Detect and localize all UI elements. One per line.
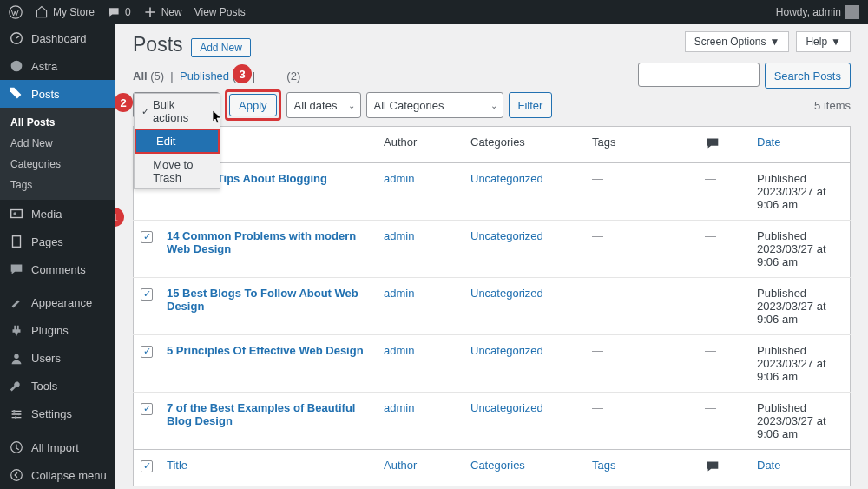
col-date[interactable]: Date [750,127,851,163]
cursor-icon [213,110,223,124]
tags-cell: — [592,287,603,300]
sidebar-item-dashboard[interactable]: Dashboard [0,24,115,52]
bulk-option-edit[interactable]: Edit [135,129,220,154]
page-title: Posts [133,33,183,56]
admin-sidebar: Dashboard Astra Posts All Posts Add New … [0,24,115,489]
wp-logo[interactable] [9,5,23,19]
post-title-link[interactable]: 7 of the Best Examples of Beautiful Blog… [167,401,355,427]
bulk-option-trash[interactable]: Move to Trash [135,154,220,188]
site-link[interactable]: My Store [35,5,95,19]
post-title-link[interactable]: 5 Principles Of Effective Web Design [167,344,364,357]
comments-cell: — [705,287,716,300]
table-header-row: ✓ Title Author Categories Tags Date [134,127,851,163]
annotation-marker-2: 2 [115,93,133,112]
svg-rect-5 [13,236,21,248]
view-posts-link[interactable]: View Posts [194,6,246,18]
svg-point-6 [14,354,18,358]
sidebar-item-comments[interactable]: Comments [0,255,115,283]
sidebar-item-collapse[interactable]: Collapse menu [0,461,115,489]
col-categories: Categories [464,450,585,486]
sidebar-item-media[interactable]: Media [0,200,115,228]
search-posts-button[interactable]: Search Posts [765,63,851,89]
comments-cell: — [705,229,716,242]
svg-point-8 [17,413,20,415]
col-title[interactable]: Title [160,450,377,486]
sidebar-item-users[interactable]: Users [0,345,115,373]
howdy-link[interactable]: Howdy, admin [776,5,859,19]
col-categories: Categories [464,127,585,163]
select-all-checkbox-bottom[interactable]: ✓ [141,460,153,472]
sidebar-item-astra[interactable]: Astra [0,52,115,80]
author-link[interactable]: admin [384,401,414,414]
row-checkbox[interactable]: ✓ [141,403,153,415]
new-link[interactable]: New [143,5,182,19]
tags-cell: — [592,229,603,242]
table-row: ✓15 Best Blogs To Follow About Web Desig… [134,278,851,335]
post-title-link[interactable]: 15 Best Blogs To Follow About Web Design [167,287,358,313]
submenu-categories[interactable]: Categories [0,154,115,175]
sidebar-item-pages[interactable]: Pages [0,228,115,255]
bulk-actions-select[interactable]: ✓Bulk actions Edit Move to Trash [133,92,220,118]
svg-point-11 [11,470,23,481]
row-checkbox[interactable]: ✓ [141,346,153,358]
comments-cell: — [705,344,716,357]
author-link[interactable]: admin [384,172,414,185]
row-checkbox[interactable]: ✓ [141,231,153,243]
apply-button[interactable]: Apply [229,94,277,116]
help-tab[interactable]: Help▼ [796,31,851,52]
row-checkbox[interactable]: ✓ [141,288,153,301]
filter-all[interactable]: All (5) [133,69,164,83]
submenu-tags[interactable]: Tags [0,175,115,195]
filter-obscured[interactable]: (2) [261,69,300,83]
admin-bar: My Store 0 New View Posts Howdy, admin [0,0,868,24]
tags-cell: — [592,344,603,357]
col-author: Author [377,450,464,486]
filter-button[interactable]: Filter [509,92,553,118]
author-link[interactable]: admin [384,344,414,357]
submenu-all-posts[interactable]: All Posts [0,112,115,133]
new-label: New [161,6,182,18]
search-input[interactable] [638,63,760,87]
col-date[interactable]: Date [750,450,851,486]
svg-point-2 [11,61,23,72]
col-author: Author [377,127,464,163]
author-link[interactable]: admin [384,229,414,242]
date-cell: Published2023/03/27 at 9:06 am [750,221,851,278]
annotation-marker-3: 3 [233,64,252,83]
comments-cell: — [705,172,716,185]
chevron-down-icon: ⌄ [348,101,355,110]
sidebar-item-posts[interactable]: Posts [0,80,115,108]
comments-cell: — [705,401,716,414]
sidebar-item-settings[interactable]: Settings [0,400,115,428]
sidebar-item-tools[interactable]: Tools [0,373,115,400]
comments-link[interactable]: 0 [107,5,131,19]
date-cell: Published2023/03/27 at 9:06 am [750,335,851,393]
tags-cell: — [592,172,603,185]
bulk-option-bulk-actions[interactable]: ✓Bulk actions [135,94,220,129]
dates-select[interactable]: All dates⌄ [286,92,361,118]
col-comments[interactable] [698,127,750,163]
sidebar-item-plugins[interactable]: Plugins [0,317,115,345]
svg-point-4 [13,212,16,215]
category-link[interactable]: Uncategorized [470,287,543,300]
category-link[interactable]: Uncategorized [470,172,543,185]
category-link[interactable]: Uncategorized [470,401,543,414]
sidebar-item-appearance[interactable]: Appearance [0,289,115,317]
table-row: ✓5 Principles Of Effective Web Designadm… [134,335,851,393]
add-new-button[interactable]: Add New [191,38,251,57]
col-comments[interactable] [698,450,750,486]
chevron-down-icon: ⌄ [490,101,497,110]
submenu-add-new[interactable]: Add New [0,133,115,154]
sidebar-item-all-import[interactable]: All Import [0,433,115,461]
post-title-link[interactable]: 14 Common Problems with modern Web Desig… [167,229,356,255]
categories-select[interactable]: All Categories⌄ [366,92,503,118]
tags-cell: — [592,401,603,414]
screen-options-tab[interactable]: Screen Options▼ [685,31,790,52]
posts-table: ✓ Title Author Categories Tags Date ✓10 … [133,126,851,486]
author-link[interactable]: admin [384,287,414,300]
table-row: ✓14 Common Problems with modern Web Desi… [134,221,851,278]
table-footer-row: ✓ Title Author Categories Tags Date [134,450,851,486]
category-link[interactable]: Uncategorized [470,344,543,357]
date-cell: Published2023/03/27 at 9:06 am [750,278,851,335]
category-link[interactable]: Uncategorized [470,229,543,242]
